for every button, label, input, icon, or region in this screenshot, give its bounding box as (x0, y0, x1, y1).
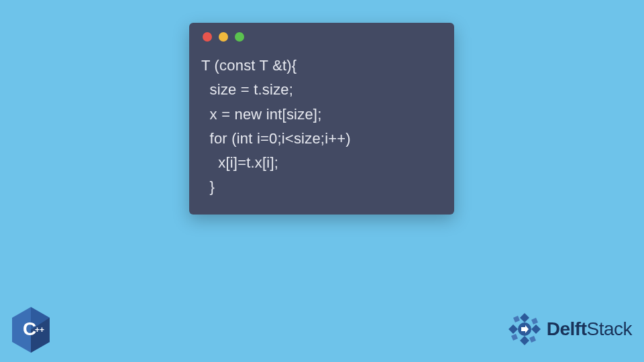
code-window: T (const T &t){ size = t.size; x = new i… (189, 23, 454, 215)
svg-marker-4 (531, 324, 541, 334)
window-traffic-lights (203, 32, 442, 42)
svg-marker-10 (513, 316, 520, 322)
svg-marker-3 (520, 313, 529, 322)
code-line: T (const T &t){ (201, 57, 297, 74)
close-icon (203, 32, 212, 42)
code-line: size = t.size; (201, 81, 293, 98)
code-block: T (const T &t){ size = t.size; x = new i… (201, 54, 442, 200)
brand-name-part1: Delft (547, 318, 587, 339)
svg-marker-8 (529, 336, 536, 343)
cpp-logo-icon: C ++ (9, 306, 52, 354)
code-line: for (int i=0;i<size;i++) (201, 130, 351, 147)
svg-marker-7 (531, 318, 538, 324)
cpp-plus: ++ (35, 325, 44, 335)
delftstack-icon (506, 311, 543, 347)
brand-name: DelftStack (547, 318, 632, 340)
code-line: } (201, 178, 215, 195)
maximize-icon (235, 32, 244, 42)
svg-marker-5 (520, 336, 529, 345)
svg-marker-6 (508, 324, 518, 334)
brand-name-part2: Stack (586, 318, 632, 339)
brand-logo: DelftStack (506, 311, 632, 347)
code-line: x = new int[size]; (201, 106, 321, 123)
svg-marker-9 (511, 334, 518, 341)
code-line: x[i]=t.x[i]; (201, 154, 278, 171)
minimize-icon (219, 32, 228, 42)
